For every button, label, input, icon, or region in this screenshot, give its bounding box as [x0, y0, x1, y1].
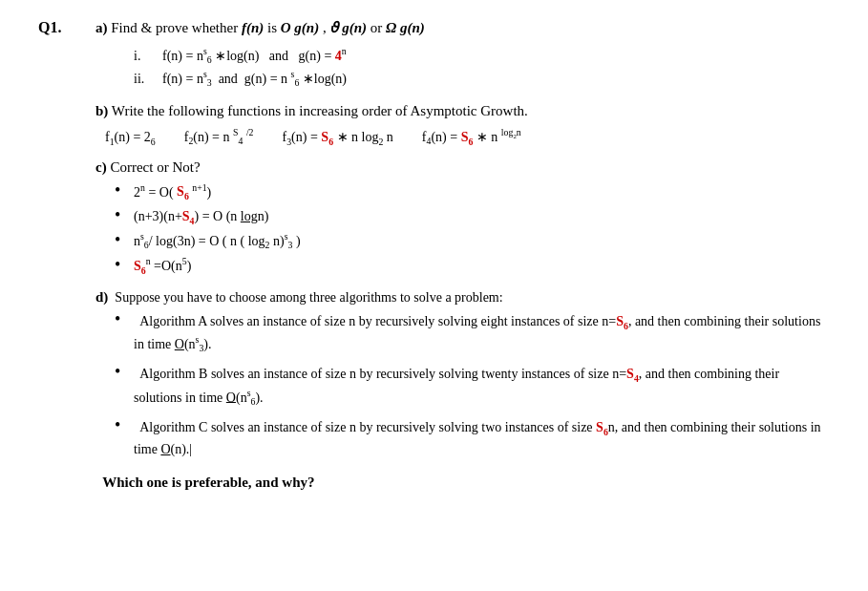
- functions-row: f1(n) = 26 f2(n) = n S4 /2 f3(n) = S6 ∗ …: [105, 127, 830, 146]
- algo-c: • Algorithm C solves an instance of size…: [115, 417, 830, 459]
- roman-ii: ii.: [134, 72, 162, 87]
- c-item-3-text: ns6/ log(3n) = O ( n ( log2 n)s3 ): [134, 231, 301, 250]
- c-item-3: • ns6/ log(3n) = O ( n ( log2 n)s3 ): [115, 231, 830, 251]
- bullet-3: •: [115, 231, 134, 248]
- f1: f1(n) = 26: [105, 130, 156, 147]
- case-i-content: f(n) = ns6 ∗log(n) and g(n) = 4n: [162, 46, 347, 65]
- f2: f2(n) = n S4 /2: [184, 127, 254, 146]
- O-label: O g(n): [281, 20, 319, 35]
- part-c-list: • 2n = O( S6 n+1) • (n+3)(n+S4) = O (n l…: [115, 181, 830, 275]
- algo-a-text: Algorithm A solves an instance of size n…: [134, 311, 830, 357]
- part-d: d) Suppose you have to choose among thre…: [95, 289, 830, 460]
- question-header: Q1. a) Find & prove whether f(n) is O g(…: [38, 19, 830, 491]
- part-c-title: c) Correct or Not?: [95, 159, 830, 176]
- part-c: c) Correct or Not? • 2n = O( S6 n+1) • (…: [95, 159, 830, 275]
- part-b-label: b): [95, 103, 108, 118]
- part-a-title: a) Find & prove whether f(n) is O g(n) ,…: [95, 19, 830, 36]
- question-number: Q1.: [38, 19, 76, 36]
- page-content: Q1. a) Find & prove whether f(n) is O g(…: [38, 19, 830, 491]
- fn-label: f(n): [242, 20, 264, 35]
- roman-i: i.: [134, 49, 162, 64]
- part-c-label: c): [95, 159, 107, 175]
- f3: f3(n) = S6 ∗ n log2 n: [283, 129, 393, 147]
- bullet-1: •: [115, 181, 134, 199]
- part-b-title: b) Write the following functions in incr…: [95, 103, 830, 119]
- c-item-4-text: S6n =O(n5): [134, 256, 191, 275]
- algo-b: • Algorithm B solves an instance of size…: [115, 364, 830, 410]
- c-item-1-text: 2n = O( S6 n+1): [134, 182, 211, 201]
- question-content: a) Find & prove whether f(n) is O g(n) ,…: [95, 19, 830, 491]
- final-question: Which one is preferable, and why?: [95, 475, 830, 491]
- part-b: b) Write the following functions in incr…: [95, 103, 830, 146]
- algo-list: • Algorithm A solves an instance of size…: [115, 311, 830, 460]
- omega-label: Ω g(n): [386, 20, 425, 35]
- algo-a: • Algorithm A solves an instance of size…: [115, 311, 830, 357]
- part-a-list: i. f(n) = ns6 ∗log(n) and g(n) = 4n ii. …: [134, 46, 830, 89]
- part-d-label: d): [95, 289, 108, 305]
- algo-c-bullet: •: [115, 415, 134, 435]
- c-item-4: • S6n =O(n5): [115, 256, 830, 276]
- c-item-2: • (n+3)(n+S4) = O (n logn): [115, 206, 830, 226]
- case-ii: ii. f(n) = ns3 and g(n) = n s6 ∗log(n): [134, 69, 830, 88]
- part-a-label: a): [95, 20, 108, 35]
- f4: f4(n) = S6 ∗ n log2n: [422, 127, 521, 146]
- bullet-4: •: [115, 256, 134, 273]
- algo-b-text: Algorithm B solves an instance of size n…: [134, 364, 830, 410]
- case-ii-content: f(n) = ns3 and g(n) = n s6 ∗log(n): [162, 69, 347, 88]
- c-item-2-text: (n+3)(n+S4) = O (n logn): [134, 209, 268, 226]
- part-d-intro: d) Suppose you have to choose among thre…: [95, 289, 830, 306]
- c-item-1: • 2n = O( S6 n+1): [115, 181, 830, 201]
- algo-a-bullet: •: [115, 309, 134, 329]
- bullet-2: •: [115, 206, 134, 223]
- case-i: i. f(n) = ns6 ∗log(n) and g(n) = 4n: [134, 46, 830, 65]
- theta-label: ϑ g(n): [329, 20, 367, 35]
- algo-c-text: Algorithm C solves an instance of size n…: [134, 417, 830, 459]
- algo-b-bullet: •: [115, 362, 134, 382]
